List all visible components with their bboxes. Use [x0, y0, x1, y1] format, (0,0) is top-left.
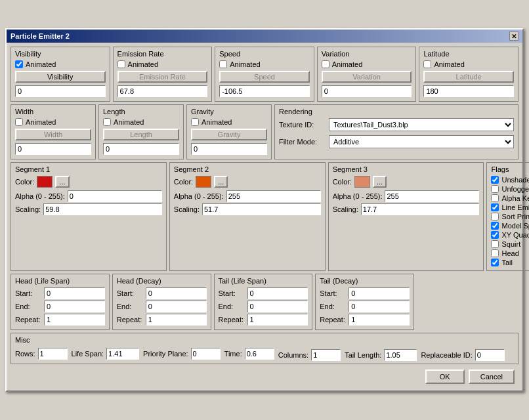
flag-head-checkbox[interactable] — [491, 249, 499, 257]
speed-label: Speed — [219, 50, 310, 58]
width-panel: Width Animated Width — [11, 104, 96, 159]
head-decay-repeat-label: Repeat: — [117, 316, 143, 324]
gravity-btn[interactable]: Gravity — [191, 129, 267, 140]
head-decay-panel: Head (Decay) Start: End: Repeat: — [112, 274, 211, 330]
ok-button[interactable]: OK — [425, 369, 465, 384]
segment3-alpha-label: Alpha (0 - 255): — [333, 192, 383, 200]
head-lifespan-end-input[interactable] — [44, 301, 105, 312]
length-animated-checkbox[interactable] — [103, 118, 111, 126]
latitude-btn[interactable]: Latitude — [423, 71, 514, 83]
segment2-color-swatch[interactable] — [196, 176, 211, 188]
flag-unshaded-checkbox[interactable] — [491, 176, 499, 184]
tail-lifespan-end-input[interactable] — [247, 301, 308, 312]
misc-lifespan-input[interactable] — [106, 348, 139, 360]
segment2-alpha-input[interactable] — [226, 190, 321, 202]
speed-value[interactable] — [219, 85, 310, 97]
tail-lifespan-start-input[interactable] — [247, 287, 308, 299]
tail-lifespan-repeat-row: Repeat: — [219, 314, 308, 326]
flag-modelspace-checkbox[interactable] — [491, 222, 499, 230]
head-decay-end-input[interactable] — [146, 301, 207, 312]
tail-decay-panel: Tail (Decay) Start: End: Repeat: — [315, 274, 414, 330]
emission-rate-btn[interactable]: Emission Rate — [117, 71, 208, 83]
misc-time-input[interactable] — [245, 348, 274, 360]
tail-lifespan-panel: Tail (Life Span) Start: End: Repeat: — [214, 274, 313, 330]
flag-alphakey-label: Alpha Key — [501, 194, 529, 202]
length-btn[interactable]: Length — [103, 129, 179, 140]
segment3-scaling-input[interactable] — [361, 203, 480, 215]
segment2-color-btn[interactable]: ... — [214, 176, 228, 188]
flag-unshaded-label: Unshaded — [501, 176, 529, 184]
flag-head-label: Head — [501, 249, 518, 257]
misc-replaceable-id-input[interactable] — [475, 349, 505, 361]
segment2-color-label: Color: — [174, 178, 193, 186]
misc-time-label: Time: — [224, 350, 242, 358]
head-lifespan-repeat-input[interactable] — [44, 314, 105, 326]
variation-value[interactable] — [322, 85, 412, 97]
variation-btn[interactable]: Variation — [322, 71, 412, 83]
segment2-scaling-input[interactable] — [202, 203, 321, 215]
tail-decay-end-input[interactable] — [349, 301, 410, 312]
flag-alphakey-checkbox[interactable] — [491, 194, 499, 202]
head-lifespan-start-row: Start: — [15, 287, 105, 299]
latitude-value[interactable] — [423, 85, 514, 97]
dialog-particle-emitter: Particle Emitter 2 ✕ Visibility Animated… — [5, 28, 524, 392]
misc-columns-input[interactable] — [311, 349, 341, 361]
latitude-animated-checkbox[interactable] — [423, 60, 431, 68]
tail-decay-repeat-input[interactable] — [349, 314, 410, 326]
flag-unfogged-checkbox[interactable] — [491, 185, 499, 193]
visibility-btn[interactable]: Visibility — [15, 71, 106, 83]
gravity-label: Gravity — [191, 108, 267, 116]
width-value[interactable] — [15, 143, 91, 155]
segment3-color-btn[interactable]: ... — [373, 176, 387, 188]
segment1-scaling-label: Scaling: — [15, 205, 41, 213]
flag-lineemitter-checkbox[interactable] — [491, 203, 499, 211]
head-decay-start-input[interactable] — [146, 287, 207, 299]
flag-tail: Tail — [491, 259, 529, 266]
segment1-scaling-input[interactable] — [43, 203, 162, 215]
misc-priority-plane-input[interactable] — [191, 348, 221, 360]
flag-tail-checkbox[interactable] — [491, 259, 499, 266]
segment1-alpha-input[interactable] — [68, 190, 162, 202]
segment2-panel: Segment 2 Color: ... Alpha (0 - 255): Sc… — [169, 162, 326, 271]
speed-btn[interactable]: Speed — [219, 71, 310, 83]
close-button[interactable]: ✕ — [509, 32, 518, 41]
head-lifespan-start-input[interactable] — [44, 287, 105, 299]
head-decay-end-row: End: — [117, 301, 207, 312]
gravity-animated-checkbox[interactable] — [191, 118, 199, 126]
length-value[interactable] — [103, 143, 179, 155]
emission-rate-panel: Emission Rate Animated Emission Rate — [113, 47, 213, 102]
tail-lifespan-repeat-input[interactable] — [247, 314, 308, 326]
emission-rate-value[interactable] — [117, 85, 208, 97]
misc-rows-input[interactable] — [38, 348, 68, 360]
cancel-button[interactable]: Cancel — [469, 369, 515, 384]
misc-rows-label: Rows: — [15, 350, 35, 358]
head-decay-repeat-input[interactable] — [146, 314, 207, 326]
flag-xyquad-checkbox[interactable] — [491, 231, 499, 239]
flag-squirt-checkbox[interactable] — [491, 240, 499, 248]
flag-lineemitter: Line Emitter — [491, 203, 529, 211]
gravity-animated-label: Animated — [201, 118, 232, 126]
variation-animated-checkbox[interactable] — [322, 60, 329, 68]
segment1-color-swatch[interactable] — [37, 176, 53, 188]
segment1-color-btn[interactable]: ... — [55, 176, 69, 188]
segment3-color-swatch[interactable] — [354, 176, 370, 188]
misc-tail-length-input[interactable] — [384, 349, 417, 361]
flag-sortprimitives-checkbox[interactable] — [491, 213, 499, 220]
visibility-value[interactable] — [15, 85, 106, 97]
tail-decay-start-input[interactable] — [349, 287, 410, 299]
gravity-panel: Gravity Animated Gravity — [186, 104, 272, 159]
texture-id-select[interactable]: Textures\Tail_Dust3.blp — [329, 118, 514, 131]
speed-animated-checkbox[interactable] — [219, 60, 227, 68]
width-animated-checkbox[interactable] — [15, 118, 23, 126]
visibility-animated-checkbox[interactable] — [15, 60, 23, 68]
tail-lifespan-end-row: End: — [219, 301, 308, 312]
segment3-alpha-input[interactable] — [385, 190, 479, 202]
width-animated-label: Animated — [26, 118, 56, 126]
flag-tail-label: Tail — [501, 259, 513, 266]
emission-rate-animated-checkbox[interactable] — [117, 60, 125, 68]
tail-decay-repeat-row: Repeat: — [320, 314, 410, 326]
gravity-value[interactable] — [191, 143, 267, 155]
filter-mode-select[interactable]: AdditiveTransparentBlendModulateModulate… — [329, 135, 514, 148]
width-btn[interactable]: Width — [15, 129, 91, 140]
misc-priority-plane: Priority Plane: — [143, 346, 220, 361]
